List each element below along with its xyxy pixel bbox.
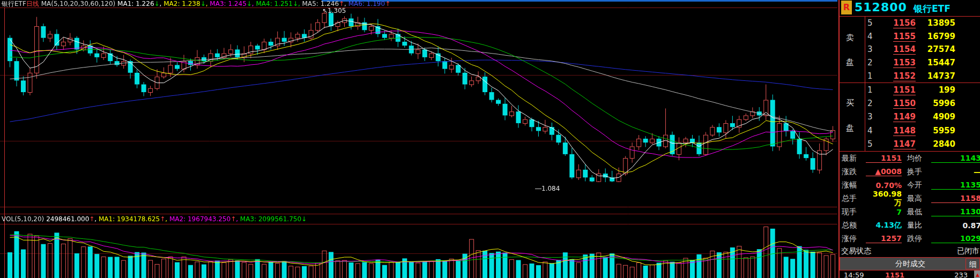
vol-readout-3: MA3: 2099561.750↓ xyxy=(240,215,307,223)
ask-row-1[interactable]: 1115214737 xyxy=(840,69,980,82)
low-price-annotation: ―1.084 xyxy=(535,185,560,192)
tick-volume: 233 xyxy=(914,271,974,278)
volume-header: VOL(5,10,20) 2498461.000↑, MA1: 1934178.… xyxy=(2,215,307,224)
bid-side-label2: 盘 xyxy=(846,123,856,133)
ask-side-label2: 盘 xyxy=(846,57,856,67)
trading-terminal: 银行ETF日线 MA(5,10,20,30,60,120) MA1: 1.226… xyxy=(0,0,980,278)
vol-readout-2: MA2: 1967943.250↑, xyxy=(169,215,240,223)
stock-name: 银行ETF xyxy=(914,3,951,15)
tab-tick-trades[interactable]: 分时成交 细 xyxy=(840,257,980,271)
detail-row-change: 涨跌▲0008换手— xyxy=(840,165,980,178)
ma-readout-3: MA3: 1.245↓, xyxy=(210,0,256,7)
ask-row-3[interactable]: 3115427574 xyxy=(840,43,980,56)
ma-readout-1: MA1: 1.226↓, xyxy=(117,0,164,7)
quote-panel: R 512800 银行ETF 卖 盘 买 盘 5115613895 411551… xyxy=(838,0,980,278)
ma-readout-4: MA4: 1.251↓, xyxy=(256,0,302,7)
vol-readout-1: MA1: 1934178.625↑, xyxy=(99,215,169,223)
ma-readout-5: MA5: 1.246↑, xyxy=(302,0,348,7)
bid-row-2[interactable]: 211505996 xyxy=(840,96,980,110)
detail-row-pct: 涨幅0.70%今开1135 xyxy=(840,178,980,192)
quote-panel-header: R 512800 银行ETF xyxy=(840,0,980,17)
bid-row-5[interactable]: 511472840 xyxy=(840,138,980,151)
detail-row-curvol: 现手7最低1130 xyxy=(840,205,980,219)
bid-row-3[interactable]: 311494909 xyxy=(840,110,980,124)
trading-status-label: 交易状态 xyxy=(841,246,871,256)
trading-status-value: 已闭市 xyxy=(957,246,979,256)
ma-readout-2: MA2: 1.238↓, xyxy=(164,0,210,7)
tick-trade-row[interactable]: 14:59 1151 233 ▲ xyxy=(840,271,980,278)
margin-tradable-badge: R xyxy=(841,1,852,14)
trading-status-row: 交易状态 已闭市 xyxy=(840,245,980,257)
high-price-annotation: ↖1.305 xyxy=(322,7,346,14)
stock-code: 512800 xyxy=(855,1,907,14)
tab-detail[interactable]: 细 xyxy=(966,258,980,269)
instrument-title: 银行ETF xyxy=(2,0,26,7)
ma-group-label: MA(5,10,20,30,60,120) xyxy=(41,0,116,7)
bid-row-4[interactable]: 411485959 xyxy=(840,124,980,137)
ask-levels: 5115613895 4115516799 3115427574 2115315… xyxy=(840,17,980,83)
bid-row-1[interactable]: 11151199 xyxy=(840,83,980,96)
detail-row-amount: 总额4.13亿量比0.87 xyxy=(840,219,980,232)
quote-details: 最新1151均价1143 涨跌▲0008换手— 涨幅0.70%今开1135 总手… xyxy=(840,152,980,245)
vol-indicator-label: VOL(5,10,20) xyxy=(2,215,44,223)
ask-side-label: 卖 xyxy=(846,33,856,42)
bid-levels: 11151199 211505996 311494909 411485959 5… xyxy=(840,83,980,151)
ask-row-4[interactable]: 4115516799 xyxy=(840,30,980,43)
ma-readout-6: MA6: 1.190↑ xyxy=(348,0,390,7)
tick-time: 14:59 xyxy=(844,271,876,278)
detail-row-latest: 最新1151均价1143 xyxy=(840,152,980,165)
ask-row-5[interactable]: 5115613895 xyxy=(840,17,980,30)
order-book-divider xyxy=(865,17,865,151)
kline-chart-canvas[interactable] xyxy=(0,0,838,278)
vol-readout-0: 2498461.000↑, xyxy=(46,215,99,223)
order-book: 卖 盘 买 盘 5115613895 4115516799 3115427574… xyxy=(840,17,980,152)
window-top-accent xyxy=(322,0,837,2)
scroll-up-icon[interactable]: ▲ xyxy=(974,271,980,278)
bid-side-label: 买 xyxy=(846,98,856,108)
period-label[interactable]: 日线 xyxy=(26,0,39,7)
ask-row-2[interactable]: 2115315447 xyxy=(840,56,980,70)
tick-price: 1151 xyxy=(876,271,914,278)
detail-row-limit: 涨停1257跌停1029 xyxy=(840,232,980,245)
detail-row-totalvol: 总手360.98万最高1158 xyxy=(840,192,980,205)
